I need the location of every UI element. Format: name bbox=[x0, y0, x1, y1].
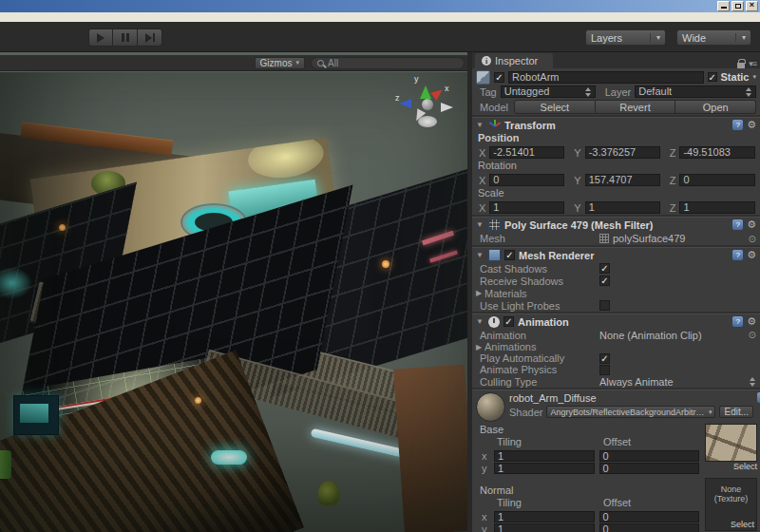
base-tiling-x-field[interactable]: 1 bbox=[494, 450, 595, 462]
component-enabled-checkbox[interactable]: ✓ bbox=[504, 316, 514, 327]
foldout-icon[interactable]: ▼ bbox=[476, 121, 484, 129]
object-picker-icon[interactable]: ⊙ bbox=[749, 234, 756, 244]
rotation-y-field[interactable]: 157.4707 bbox=[585, 174, 660, 186]
popup-icon bbox=[750, 377, 756, 387]
mesh-filter-icon bbox=[488, 218, 501, 231]
layer-dropdown[interactable]: Default bbox=[635, 86, 756, 98]
mesh-icon bbox=[599, 234, 609, 243]
axis-label: Z bbox=[670, 202, 676, 214]
minimize-icon[interactable] bbox=[717, 1, 730, 11]
play-button[interactable] bbox=[88, 28, 113, 47]
axis-center-icon bbox=[422, 99, 433, 110]
scene-axis-gizmo[interactable]: y x z bbox=[395, 74, 460, 135]
popup-icon bbox=[746, 87, 752, 97]
material-header[interactable]: robot_Arm_Diffuse Shader AngryBots/Refle… bbox=[472, 390, 760, 422]
layer-label: Layer bbox=[599, 86, 632, 98]
close-icon[interactable]: × bbox=[746, 1, 758, 11]
gear-icon[interactable]: ⚙ bbox=[747, 219, 756, 230]
scale-label: Scale bbox=[472, 187, 760, 200]
step-button[interactable] bbox=[138, 28, 162, 47]
play-automatically-label: Play Automatically bbox=[476, 352, 599, 364]
mesh-value[interactable]: polySurface479 bbox=[613, 233, 685, 244]
scale-z-field[interactable]: 1 bbox=[679, 201, 755, 214]
active-checkbox[interactable]: ✓ bbox=[494, 72, 504, 83]
animation-clip-value[interactable]: None (Animation Clip) bbox=[599, 330, 702, 341]
object-picker-icon[interactable]: ⊙ bbox=[749, 330, 756, 340]
search-filter-value: All bbox=[328, 58, 338, 68]
gizmos-dropdown[interactable]: Gizmos ▾ bbox=[255, 57, 305, 69]
shader-edit-button[interactable]: Edit... bbox=[719, 406, 753, 418]
base-offset-y-field[interactable]: 0 bbox=[599, 463, 700, 474]
light-probes-checkbox[interactable]: ✓ bbox=[599, 300, 610, 311]
play-automatically-checkbox[interactable]: ✓ bbox=[599, 353, 610, 364]
scene-vignette bbox=[0, 72, 467, 532]
animate-physics-checkbox[interactable]: ✓ bbox=[599, 365, 610, 375]
base-texture-slot[interactable]: Select bbox=[705, 424, 757, 471]
receive-shadows-checkbox[interactable]: ✓ bbox=[599, 276, 610, 286]
static-checkbox[interactable]: ✓ bbox=[708, 72, 717, 82]
component-enabled-checkbox[interactable]: ✓ bbox=[504, 250, 515, 260]
scene-viewport[interactable]: y x z bbox=[0, 72, 467, 532]
gameobject-name-field[interactable]: RobotArm bbox=[508, 71, 704, 84]
scale-fields: X1 Y1 Z1 bbox=[472, 200, 760, 215]
model-select-button[interactable]: Select bbox=[514, 100, 596, 114]
lock-icon[interactable] bbox=[737, 63, 745, 68]
gear-icon[interactable]: ⚙ bbox=[747, 120, 756, 130]
normal-texture-select-button[interactable]: Select bbox=[731, 520, 754, 529]
animation-icon bbox=[488, 316, 500, 328]
tab-inspector[interactable]: i Inspector bbox=[475, 53, 553, 68]
culling-type-label: Culling Type bbox=[476, 376, 599, 388]
mesh-renderer-header[interactable]: ▼ ✓ Mesh Renderer ⚙ bbox=[472, 247, 760, 262]
restore-icon[interactable] bbox=[732, 1, 744, 11]
base-tiling-y-field[interactable]: 1 bbox=[494, 463, 595, 474]
chevron-down-icon: ▾ bbox=[735, 33, 746, 42]
foldout-icon[interactable]: ▶ bbox=[476, 289, 484, 297]
normal-offset-y-field[interactable]: 0 bbox=[599, 523, 700, 532]
transform-header[interactable]: ▼ Transform ⚙ bbox=[472, 117, 760, 132]
rotation-z-field[interactable]: 0 bbox=[679, 174, 755, 186]
normal-tiling-x-field[interactable]: 1 bbox=[494, 511, 595, 522]
rotation-x-field[interactable]: 0 bbox=[489, 174, 564, 186]
model-revert-button[interactable]: Revert bbox=[596, 100, 676, 114]
layers-dropdown[interactable]: Layers ▾ bbox=[585, 29, 666, 46]
help-icon[interactable] bbox=[732, 316, 743, 327]
shader-dropdown[interactable]: AngryBots/ReflectiveBackgroundArbitraryG… bbox=[546, 406, 715, 418]
model-open-button[interactable]: Open bbox=[675, 100, 756, 114]
position-y-field[interactable]: -3.376257 bbox=[585, 146, 660, 159]
static-dropdown-icon[interactable]: ▾ bbox=[752, 73, 756, 81]
foldout-icon[interactable]: ▼ bbox=[476, 220, 484, 229]
position-z-field[interactable]: -49.51083 bbox=[679, 146, 755, 159]
gear-icon[interactable]: ⚙ bbox=[747, 316, 756, 327]
foldout-icon[interactable]: ▼ bbox=[476, 251, 484, 259]
tag-dropdown[interactable]: Untagged bbox=[501, 86, 596, 98]
shader-value: AngryBots/ReflectiveBackgroundArbitraryG bbox=[550, 408, 706, 417]
normal-tiling-y-field[interactable]: 1 bbox=[494, 523, 595, 532]
normal-offset-x-field[interactable]: 0 bbox=[599, 511, 700, 522]
pause-button[interactable] bbox=[113, 28, 138, 47]
scale-x-field[interactable]: 1 bbox=[489, 201, 564, 214]
scale-y-field[interactable]: 1 bbox=[585, 201, 660, 214]
main-toolbar: Layers ▾ Wide ▾ bbox=[0, 22, 760, 52]
animation-header[interactable]: ▼ ✓ Animation ⚙ bbox=[472, 314, 760, 329]
position-x-field[interactable]: -2.51401 bbox=[489, 146, 564, 159]
mesh-filter-header[interactable]: ▼ Poly Surface 479 (Mesh Filter) ⚙ bbox=[472, 217, 760, 232]
gear-icon[interactable]: ⚙ bbox=[747, 250, 756, 260]
panel-menu-icon[interactable]: ▾≡ bbox=[749, 59, 756, 68]
base-texture-select-button[interactable]: Select bbox=[705, 462, 757, 471]
normal-texture-slot[interactable]: None (Texture) Select bbox=[705, 478, 757, 531]
y-label: y bbox=[482, 523, 489, 532]
help-icon[interactable] bbox=[732, 219, 743, 230]
help-icon[interactable] bbox=[732, 120, 743, 130]
scene-search-input[interactable]: All bbox=[311, 57, 465, 69]
base-offset-x-field[interactable]: 0 bbox=[599, 450, 700, 462]
foldout-icon[interactable]: ▶ bbox=[476, 343, 484, 352]
layout-dropdown[interactable]: Wide ▾ bbox=[676, 29, 751, 46]
axis-label: X bbox=[479, 202, 485, 214]
static-label: Static bbox=[721, 71, 750, 83]
scene-toolbar: Gizmos ▾ All bbox=[0, 55, 467, 71]
base-texture-thumbnail bbox=[705, 424, 757, 462]
culling-type-dropdown[interactable]: Always Animate bbox=[599, 376, 674, 388]
help-icon[interactable] bbox=[732, 250, 743, 260]
foldout-icon[interactable]: ▼ bbox=[476, 317, 484, 326]
cast-shadows-checkbox[interactable]: ✓ bbox=[599, 263, 610, 274]
